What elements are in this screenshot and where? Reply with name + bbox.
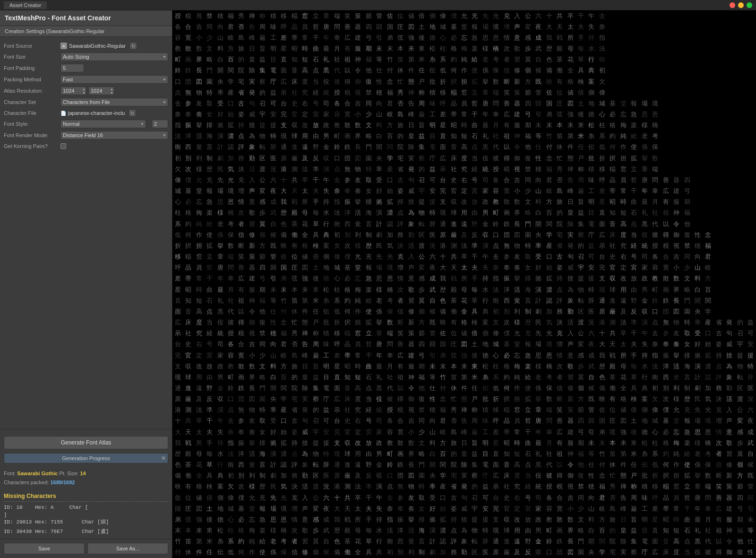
kanji-cell: 東 — [310, 284, 321, 295]
kanji-cell: 友 — [512, 252, 523, 262]
kanji-cell: 福 — [258, 295, 268, 306]
kanji-cell: 礼 — [639, 208, 650, 218]
kanji-cell: 黒 — [639, 218, 650, 229]
kerning-pairs-checkbox[interactable] — [60, 143, 66, 149]
kanji-cell: 土 — [310, 262, 321, 273]
font-padding-input[interactable] — [60, 64, 84, 72]
kanji-cell: 時 — [459, 120, 469, 131]
kanji-cell: 稲 — [501, 405, 512, 416]
kanji-cell: 忙 — [554, 153, 565, 164]
kanji-cell: 次 — [183, 164, 193, 174]
kanji-cell: 長 — [565, 536, 576, 547]
kanji-cell: 改 — [512, 514, 523, 525]
kanji-cell: 約 — [342, 295, 352, 306]
minimize-btn[interactable] — [738, 2, 744, 8]
character-set-select[interactable]: Characters from File — [60, 98, 168, 106]
kanji-cell: 否 — [395, 98, 406, 109]
kanji-cell: 六 — [586, 328, 597, 339]
kanji-cell: 始 — [385, 186, 395, 197]
atlas-width-up[interactable]: ▲ — [82, 87, 86, 91]
kanji-cell: 第 — [406, 54, 416, 65]
kanji-cell: 禅 — [459, 405, 469, 416]
kanji-cell — [735, 32, 745, 43]
kanji-cell: 渡 — [576, 317, 586, 328]
kanji-cell: 政 — [533, 514, 543, 525]
kanji-cell: 初 — [385, 547, 395, 558]
kanji-cell: 好 — [692, 339, 703, 350]
kanji-cell: 忘 — [194, 197, 204, 208]
creation-settings-bar: Creation Settings (SawarabiGothic-Regula… — [0, 26, 172, 37]
kanji-cell: 入 — [724, 405, 735, 416]
kanji-cell: 修 — [565, 383, 576, 393]
kanji-cell: 図 — [194, 76, 204, 87]
kanji-cell: 周 — [416, 98, 427, 109]
atlas-width-down[interactable]: ▼ — [82, 91, 86, 95]
kanji-cell: 召 — [310, 416, 321, 427]
generate-button[interactable]: Generate Font Atlas — [4, 436, 168, 449]
kanji-cell: 允 — [459, 10, 469, 21]
kanji-cell: 個 — [258, 229, 268, 240]
font-size-select[interactable]: Auto Sizing — [60, 52, 168, 61]
title-bar-tab[interactable]: Asset Creator — [4, 1, 47, 9]
maximize-btn[interactable] — [747, 2, 752, 8]
kanji-cell: 性 — [427, 394, 438, 405]
kanji-cell: 山 — [586, 503, 597, 514]
kanji-cell: 院 — [289, 383, 300, 393]
refresh-button[interactable]: ↻ — [129, 42, 137, 50]
atlas-height-up[interactable]: ▲ — [110, 87, 113, 91]
kanji-cell: 充 — [682, 405, 692, 416]
kanji-cell: 係 — [268, 547, 278, 558]
kanji-cell: 有 — [713, 514, 724, 525]
kanji-cell: 否 — [448, 416, 459, 427]
progress-close-button[interactable]: ✕ — [161, 455, 166, 462]
packing-method-select[interactable]: Fast — [60, 75, 168, 84]
save-button[interactable]: Save — [4, 543, 85, 554]
close-btn[interactable] — [730, 2, 735, 8]
kanji-cell: 草 — [629, 372, 639, 383]
kanji-cell — [746, 54, 756, 65]
font-style-row: Font Style: Normal — [0, 118, 172, 130]
kanji-cell: 別 — [395, 547, 406, 558]
kanji-cell: 仕 — [533, 142, 543, 153]
kanji-cell: 忙 — [448, 394, 459, 405]
kanji-cell: 受 — [268, 416, 278, 427]
kanji-cell: 関 — [225, 65, 236, 76]
kanji-cell: 哲 — [470, 98, 480, 109]
kanji-cell: 濃 — [225, 131, 236, 142]
kanji-cell: 次 — [289, 525, 300, 536]
font-render-mode-select[interactable]: Distance Field 16 — [60, 131, 168, 140]
kanji-cell: 直 — [491, 448, 501, 459]
kanji-cell: 末 — [279, 284, 289, 295]
kanji-cell: 示 — [597, 240, 607, 251]
kanji-cell: 進 — [608, 295, 618, 306]
kanji-cell: 白 — [692, 284, 703, 295]
kanji-cell: 母 — [300, 208, 310, 218]
font-style-number[interactable] — [152, 120, 168, 128]
kanji-cell: 国 — [597, 416, 607, 427]
kanji-cell: 個 — [735, 460, 745, 471]
kanji-cell: 任 — [416, 65, 427, 76]
kanji-cell — [735, 208, 745, 218]
kanji-cell: 純 — [459, 54, 469, 65]
atlas-height-down[interactable]: ▼ — [110, 91, 113, 95]
font-style-select[interactable]: Normal — [60, 120, 146, 128]
kanji-cell: 章 — [639, 164, 650, 174]
kanji-cell: 的 — [289, 372, 300, 383]
kanji-cell: 益 — [470, 448, 480, 459]
save-as-button[interactable]: Save As... — [87, 543, 168, 554]
kanji-cell: 器 — [512, 98, 523, 109]
kanji-cell: 野 — [204, 383, 215, 393]
kanji-cell: 統 — [321, 87, 331, 98]
kanji-cell: 排 — [682, 350, 692, 361]
kanji-cell: 基 — [448, 21, 459, 32]
kanji-cell: 福 — [385, 87, 395, 98]
kanji-cell — [671, 142, 681, 153]
kanji-cell: 太 — [353, 503, 363, 514]
char-file-refresh[interactable]: ↻ — [129, 109, 136, 117]
kanji-cell: 修 — [300, 547, 310, 558]
kanji-cell: 福 — [523, 131, 533, 142]
kanji-cell: 色 — [438, 295, 448, 306]
kanji-cell: 来 — [194, 525, 204, 536]
kanji-cell: 笑 — [342, 10, 352, 21]
kanji-cell: 女 — [363, 186, 374, 197]
